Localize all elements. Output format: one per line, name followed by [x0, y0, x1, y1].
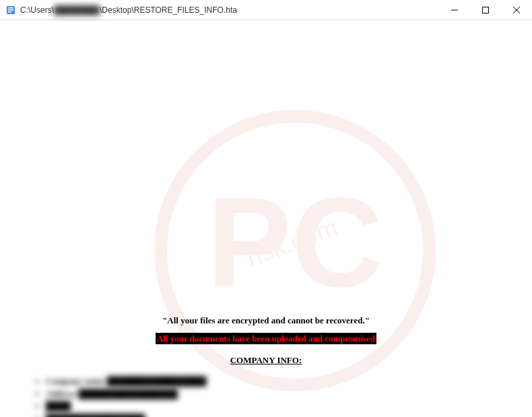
app-icon [5, 5, 16, 15]
list-item: ████████████████ [46, 413, 513, 417]
headline-uploaded-wrap: All your documents have been uploaded an… [19, 333, 513, 345]
window-controls [439, 0, 532, 20]
svg-rect-1 [8, 7, 13, 9]
maximize-button[interactable] [470, 0, 501, 20]
watermark-logo: PC risk.com [154, 109, 436, 392]
titlebar-path-suffix: \Desktop\RESTORE_FILES_INFO.hta [100, 5, 237, 15]
document-body: PC risk.com "All your files are encrypte… [0, 20, 532, 417]
svg-rect-3 [8, 11, 11, 13]
list-item: Address ████████████████ [46, 388, 513, 400]
company-info-list: Company name ████████████████ Address ██… [46, 375, 513, 417]
headline-uploaded: All your documents have been uploaded an… [156, 333, 376, 344]
company-info-header: COMPANY INFO: [19, 354, 513, 366]
list-item: ████ [46, 400, 513, 412]
svg-rect-2 [8, 9, 13, 11]
titlebar-path-prefix: C:\Users\ [20, 5, 54, 15]
titlebar-path-redacted: ████████ [54, 5, 100, 15]
svg-text:risk.com: risk.com [242, 213, 341, 272]
headline-encrypted: "All your files are encrypted and cannot… [19, 315, 513, 327]
minimize-button[interactable] [439, 0, 470, 20]
window-titlebar: C:\Users\ ████████ \Desktop\RESTORE_FILE… [0, 0, 532, 20]
svg-point-8 [161, 117, 430, 385]
svg-rect-5 [483, 7, 489, 13]
close-button[interactable] [501, 0, 532, 20]
list-item: Company name ████████████████ [46, 375, 513, 387]
svg-text:PC: PC [207, 171, 384, 313]
